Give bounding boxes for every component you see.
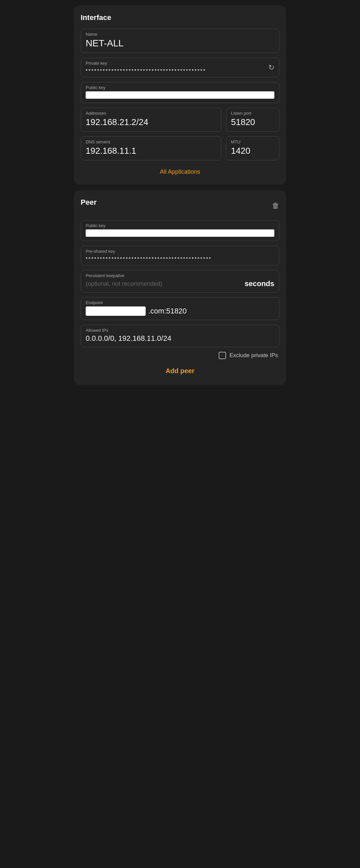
- persistent-keepalive-row: (optional, not recommended) seconds: [86, 279, 274, 288]
- peer-section: Peer 🗑 Public key Pre-shared key •••••••…: [74, 190, 286, 385]
- all-applications-button[interactable]: All Applications: [81, 165, 279, 177]
- dns-mtu-row: DNS servers 192.168.11.1 MTU 1420: [81, 136, 279, 165]
- private-key-value: ••••••••••••••••••••••••••••••••••••••••…: [86, 67, 206, 73]
- add-peer-button[interactable]: Add peer: [81, 363, 279, 377]
- listen-port-field-group: Listen port 51820: [226, 108, 279, 132]
- endpoint-suffix: .com:51820: [148, 307, 187, 315]
- name-field-group: Name NET-ALL: [81, 29, 279, 53]
- pre-shared-key-label: Pre-shared key: [86, 249, 274, 254]
- refresh-icon[interactable]: ↻: [268, 63, 274, 72]
- delete-peer-icon[interactable]: 🗑: [272, 202, 279, 210]
- exclude-private-ips-label: Exclude private IPs: [229, 352, 278, 359]
- peer-public-key-label: Public key: [86, 223, 274, 228]
- interface-title: Interface: [81, 13, 279, 22]
- public-key-field-group: Public key: [81, 82, 279, 103]
- exclude-private-ips-row: Exclude private IPs: [81, 352, 279, 359]
- pre-shared-key-field-group: Pre-shared key •••••••••••••••••••••••••…: [81, 246, 279, 266]
- endpoint-row: .com:51820: [86, 306, 274, 316]
- endpoint-highlight[interactable]: [86, 306, 146, 316]
- dns-servers-field-group: DNS servers 192.168.11.1: [81, 136, 221, 160]
- public-key-value[interactable]: [86, 91, 274, 99]
- listen-port-label: Listen port: [231, 111, 274, 116]
- endpoint-label: Endpoint: [86, 300, 274, 305]
- interface-section: Interface Name NET-ALL Private key •••••…: [74, 5, 286, 185]
- peer-public-key-field-group: Public key: [81, 220, 279, 241]
- allowed-ips-field-group: Allowed IPs 0.0.0.0/0, 192.168.11.0/24: [81, 325, 279, 347]
- peer-header: Peer 🗑: [81, 198, 279, 213]
- allowed-ips-value: 0.0.0.0/0, 192.168.11.0/24: [86, 334, 171, 342]
- exclude-private-ips-checkbox[interactable]: [219, 352, 226, 359]
- public-key-label: Public key: [86, 85, 274, 90]
- addresses-value: 192.168.21.2/24: [86, 117, 148, 127]
- dns-servers-value: 192.168.11.1: [86, 146, 136, 156]
- endpoint-field-group: Endpoint .com:51820: [81, 297, 279, 320]
- peer-public-key-value[interactable]: [86, 229, 274, 237]
- listen-port-value: 51820: [231, 117, 255, 127]
- private-key-label: Private key: [86, 61, 274, 66]
- allowed-ips-label: Allowed IPs: [86, 328, 274, 333]
- pre-shared-key-value: ••••••••••••••••••••••••••••••••••••••••…: [86, 255, 212, 261]
- mtu-field-group: MTU 1420: [226, 136, 279, 160]
- addresses-field-group: Addresses 192.168.21.2/24: [81, 108, 221, 132]
- persistent-keepalive-placeholder[interactable]: (optional, not recommended): [86, 280, 241, 287]
- mtu-label: MTU: [231, 140, 274, 145]
- addresses-label: Addresses: [86, 111, 216, 116]
- private-key-field-group: Private key ••••••••••••••••••••••••••••…: [81, 58, 279, 78]
- name-value: NET-ALL: [86, 38, 124, 48]
- mtu-value: 1420: [231, 146, 250, 156]
- addresses-port-row: Addresses 192.168.21.2/24 Listen port 51…: [81, 108, 279, 136]
- peer-title: Peer: [81, 198, 97, 207]
- dns-servers-label: DNS servers: [86, 140, 216, 145]
- name-label: Name: [86, 32, 274, 37]
- persistent-keepalive-unit: seconds: [245, 279, 274, 288]
- persistent-keepalive-field-group: Persistent keepalive (optional, not reco…: [81, 270, 279, 292]
- persistent-keepalive-label: Persistent keepalive: [86, 273, 274, 278]
